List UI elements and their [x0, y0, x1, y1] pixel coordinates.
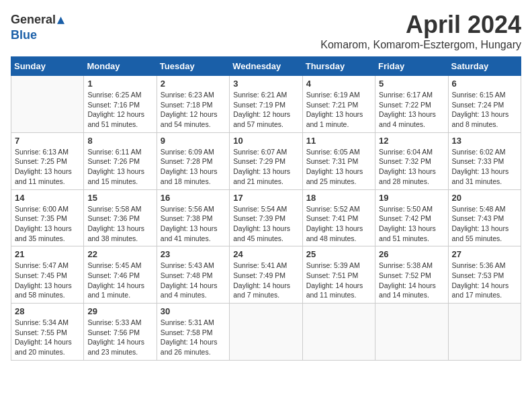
- day-info: Sunrise: 6:02 AMSunset: 7:33 PMDaylight:…: [452, 147, 517, 187]
- day-number: 8: [87, 136, 152, 146]
- day-number: 2: [161, 79, 226, 89]
- weekday-header-saturday: Saturday: [448, 57, 521, 76]
- day-number: 16: [161, 193, 226, 203]
- calendar-cell: 19Sunrise: 5:50 AMSunset: 7:42 PMDayligh…: [375, 189, 448, 246]
- day-info: Sunrise: 5:33 AMSunset: 7:56 PMDaylight:…: [87, 318, 152, 357]
- title-block: April 2024 Komarom, Komarom-Esztergom, H…: [320, 11, 521, 51]
- day-info: Sunrise: 5:39 AMSunset: 7:51 PMDaylight:…: [306, 261, 371, 300]
- calendar-cell: 12Sunrise: 6:04 AMSunset: 7:32 PMDayligh…: [375, 132, 448, 189]
- weekday-header-tuesday: Tuesday: [157, 57, 229, 76]
- day-info: Sunrise: 6:23 AMSunset: 7:18 PMDaylight:…: [161, 90, 226, 130]
- day-info: Sunrise: 6:07 AMSunset: 7:29 PMDaylight:…: [233, 147, 298, 187]
- calendar-body: 1Sunrise: 6:25 AMSunset: 7:16 PMDaylight…: [11, 76, 521, 361]
- day-info: Sunrise: 6:05 AMSunset: 7:31 PMDaylight:…: [306, 147, 371, 187]
- day-info: Sunrise: 6:09 AMSunset: 7:28 PMDaylight:…: [161, 147, 226, 187]
- day-number: 3: [233, 79, 298, 89]
- day-number: 4: [306, 79, 371, 89]
- day-info: Sunrise: 6:00 AMSunset: 7:35 PMDaylight:…: [15, 204, 80, 244]
- calendar-week-1: 1Sunrise: 6:25 AMSunset: 7:16 PMDaylight…: [11, 76, 521, 133]
- calendar-cell: 8Sunrise: 6:11 AMSunset: 7:26 PMDaylight…: [84, 132, 157, 189]
- day-info: Sunrise: 5:34 AMSunset: 7:55 PMDaylight:…: [15, 318, 80, 357]
- day-number: 29: [87, 306, 152, 316]
- day-number: 26: [379, 249, 444, 259]
- day-info: Sunrise: 5:48 AMSunset: 7:43 PMDaylight:…: [452, 204, 517, 244]
- day-info: Sunrise: 6:17 AMSunset: 7:22 PMDaylight:…: [379, 90, 444, 130]
- calendar-cell: 10Sunrise: 6:07 AMSunset: 7:29 PMDayligh…: [230, 132, 302, 189]
- calendar-cell: [302, 304, 375, 361]
- day-info: Sunrise: 6:13 AMSunset: 7:25 PMDaylight:…: [15, 147, 80, 187]
- day-info: Sunrise: 6:21 AMSunset: 7:19 PMDaylight:…: [233, 90, 298, 130]
- day-info: Sunrise: 5:50 AMSunset: 7:42 PMDaylight:…: [379, 204, 444, 244]
- logo: General ▴ Blue: [11, 11, 64, 42]
- calendar-cell: 15Sunrise: 5:58 AMSunset: 7:36 PMDayligh…: [84, 189, 157, 246]
- day-number: 21: [15, 249, 80, 259]
- calendar-cell: [11, 76, 84, 133]
- calendar-cell: 11Sunrise: 6:05 AMSunset: 7:31 PMDayligh…: [302, 132, 375, 189]
- calendar-header: SundayMondayTuesdayWednesdayThursdayFrid…: [11, 57, 521, 76]
- calendar-cell: 20Sunrise: 5:48 AMSunset: 7:43 PMDayligh…: [448, 189, 521, 246]
- calendar-cell: 4Sunrise: 6:19 AMSunset: 7:21 PMDaylight…: [302, 76, 375, 133]
- day-info: Sunrise: 6:11 AMSunset: 7:26 PMDaylight:…: [87, 147, 152, 187]
- day-number: 28: [15, 306, 80, 316]
- day-number: 13: [452, 136, 517, 146]
- weekday-header-wednesday: Wednesday: [230, 57, 302, 76]
- calendar-cell: 7Sunrise: 6:13 AMSunset: 7:25 PMDaylight…: [11, 132, 84, 189]
- day-number: 5: [379, 79, 444, 89]
- day-number: 15: [87, 193, 152, 203]
- day-number: 7: [15, 136, 80, 146]
- calendar-cell: 6Sunrise: 6:15 AMSunset: 7:24 PMDaylight…: [448, 76, 521, 133]
- calendar-cell: 17Sunrise: 5:54 AMSunset: 7:39 PMDayligh…: [230, 189, 302, 246]
- calendar-week-2: 7Sunrise: 6:13 AMSunset: 7:25 PMDaylight…: [11, 132, 521, 189]
- day-info: Sunrise: 5:52 AMSunset: 7:41 PMDaylight:…: [306, 204, 371, 244]
- calendar-cell: 5Sunrise: 6:17 AMSunset: 7:22 PMDaylight…: [375, 76, 448, 133]
- day-info: Sunrise: 5:56 AMSunset: 7:38 PMDaylight:…: [161, 204, 226, 244]
- calendar-cell: 23Sunrise: 5:43 AMSunset: 7:48 PMDayligh…: [157, 246, 229, 304]
- day-info: Sunrise: 5:31 AMSunset: 7:58 PMDaylight:…: [161, 318, 226, 357]
- calendar-cell: 30Sunrise: 5:31 AMSunset: 7:58 PMDayligh…: [157, 304, 229, 361]
- calendar-cell: [448, 304, 521, 361]
- calendar-cell: 9Sunrise: 6:09 AMSunset: 7:28 PMDaylight…: [157, 132, 229, 189]
- calendar-cell: 14Sunrise: 6:00 AMSunset: 7:35 PMDayligh…: [11, 189, 84, 246]
- calendar-cell: 27Sunrise: 5:36 AMSunset: 7:53 PMDayligh…: [448, 246, 521, 304]
- day-info: Sunrise: 5:58 AMSunset: 7:36 PMDaylight:…: [87, 204, 152, 244]
- day-number: 24: [233, 249, 298, 259]
- calendar-cell: 26Sunrise: 5:38 AMSunset: 7:52 PMDayligh…: [375, 246, 448, 304]
- location-title: Komarom, Komarom-Esztergom, Hungary: [320, 39, 521, 51]
- calendar-cell: 18Sunrise: 5:52 AMSunset: 7:41 PMDayligh…: [302, 189, 375, 246]
- day-number: 1: [87, 79, 152, 89]
- calendar-cell: [230, 304, 302, 361]
- day-number: 23: [161, 249, 226, 259]
- calendar-week-3: 14Sunrise: 6:00 AMSunset: 7:35 PMDayligh…: [11, 189, 521, 246]
- weekday-row: SundayMondayTuesdayWednesdayThursdayFrid…: [11, 57, 521, 76]
- day-number: 17: [233, 193, 298, 203]
- day-number: 6: [452, 79, 517, 89]
- calendar-cell: 25Sunrise: 5:39 AMSunset: 7:51 PMDayligh…: [302, 246, 375, 304]
- calendar-cell: 16Sunrise: 5:56 AMSunset: 7:38 PMDayligh…: [157, 189, 229, 246]
- day-number: 10: [233, 136, 298, 146]
- calendar-cell: 29Sunrise: 5:33 AMSunset: 7:56 PMDayligh…: [84, 304, 157, 361]
- calendar-cell: 22Sunrise: 5:45 AMSunset: 7:46 PMDayligh…: [84, 246, 157, 304]
- logo-blue-text: Blue: [11, 28, 37, 42]
- day-number: 19: [379, 193, 444, 203]
- day-number: 14: [15, 193, 80, 203]
- month-title: April 2024: [320, 11, 521, 39]
- calendar-cell: 2Sunrise: 6:23 AMSunset: 7:18 PMDaylight…: [157, 76, 229, 133]
- day-info: Sunrise: 5:54 AMSunset: 7:39 PMDaylight:…: [233, 204, 298, 244]
- day-info: Sunrise: 6:15 AMSunset: 7:24 PMDaylight:…: [452, 90, 517, 130]
- calendar-week-5: 28Sunrise: 5:34 AMSunset: 7:55 PMDayligh…: [11, 304, 521, 361]
- page-header: General ▴ Blue April 2024 Komarom, Komar…: [11, 11, 521, 51]
- day-number: 22: [87, 249, 152, 259]
- day-number: 12: [379, 136, 444, 146]
- day-info: Sunrise: 5:43 AMSunset: 7:48 PMDaylight:…: [161, 261, 226, 300]
- calendar-table: SundayMondayTuesdayWednesdayThursdayFrid…: [11, 56, 521, 361]
- calendar-cell: [375, 304, 448, 361]
- calendar-cell: 13Sunrise: 6:02 AMSunset: 7:33 PMDayligh…: [448, 132, 521, 189]
- calendar-week-4: 21Sunrise: 5:47 AMSunset: 7:45 PMDayligh…: [11, 246, 521, 304]
- calendar-cell: 28Sunrise: 5:34 AMSunset: 7:55 PMDayligh…: [11, 304, 84, 361]
- day-info: Sunrise: 6:25 AMSunset: 7:16 PMDaylight:…: [87, 90, 152, 130]
- day-info: Sunrise: 5:47 AMSunset: 7:45 PMDaylight:…: [15, 261, 80, 300]
- day-number: 30: [161, 306, 226, 316]
- weekday-header-thursday: Thursday: [302, 57, 375, 76]
- day-number: 9: [161, 136, 226, 146]
- calendar-cell: 21Sunrise: 5:47 AMSunset: 7:45 PMDayligh…: [11, 246, 84, 304]
